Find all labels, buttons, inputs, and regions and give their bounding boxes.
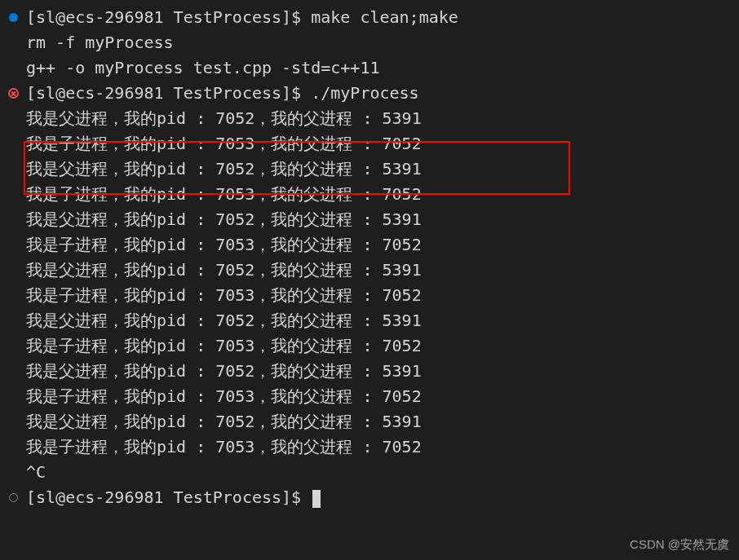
process-output-line: 我是父进程，我的pid : 7052，我的父进程 : 5391 <box>0 359 739 384</box>
process-output-line: 我是子进程，我的pid : 7053，我的父进程 : 7052 <box>0 131 739 157</box>
output-line: rm -f myProcess <box>0 30 739 55</box>
command-line-2: [sl@ecs-296981 TestProcess]$ ./myProcess <box>0 81 739 106</box>
terminal-output[interactable]: [sl@ecs-296981 TestProcess]$ make clean;… <box>0 0 739 515</box>
cursor <box>312 490 321 508</box>
process-output-line: 我是父进程，我的pid : 7052，我的父进程 : 5391 <box>0 258 739 283</box>
gutter-icon-success <box>0 13 26 22</box>
output-text: g++ -o myProcess test.cpp -std=c++11 <box>26 55 739 81</box>
process-output-line: 我是父进程，我的pid : 7052，我的父进程 : 5391 <box>0 157 739 182</box>
process-output-line: 我是父进程，我的pid : 7052，我的父进程 : 5391 <box>0 106 739 131</box>
interrupt-line: ^C <box>0 460 739 485</box>
process-output-line: 我是父进程，我的pid : 7052，我的父进程 : 5391 <box>0 409 739 434</box>
process-output-line: 我是子进程，我的pid : 7053，我的父进程 : 7052 <box>0 384 739 409</box>
gutter-icon-empty <box>0 493 26 502</box>
shell-prompt: [sl@ecs-296981 TestProcess]$ <box>26 487 311 507</box>
process-output-line: 我是子进程，我的pid : 7053，我的父进程 : 7052 <box>0 232 739 258</box>
process-output-line: 我是子进程，我的pid : 7053，我的父进程 : 7052 <box>0 333 739 359</box>
command-text: ./myProcess <box>311 83 418 103</box>
command-line-1: [sl@ecs-296981 TestProcess]$ make clean;… <box>0 5 739 30</box>
process-output-line: 我是父进程，我的pid : 7052，我的父进程 : 5391 <box>0 308 739 333</box>
output-line: g++ -o myProcess test.cpp -std=c++11 <box>0 55 739 81</box>
shell-prompt: [sl@ecs-296981 TestProcess]$ <box>26 7 311 27</box>
process-output-line: 我是子进程，我的pid : 7053，我的父进程 : 7052 <box>0 182 739 207</box>
interrupt-text: ^C <box>26 460 739 485</box>
command-line-3[interactable]: [sl@ecs-296981 TestProcess]$ <box>0 485 739 510</box>
output-text: rm -f myProcess <box>26 30 739 55</box>
process-output-line: 我是子进程，我的pid : 7053，我的父进程 : 7052 <box>0 434 739 460</box>
process-output-line: 我是父进程，我的pid : 7052，我的父进程 : 5391 <box>0 207 739 232</box>
command-text: make clean;make <box>311 7 458 27</box>
process-output-line: 我是子进程，我的pid : 7053，我的父进程 : 7052 <box>0 283 739 308</box>
gutter-icon-error <box>0 88 26 99</box>
shell-prompt: [sl@ecs-296981 TestProcess]$ <box>26 83 311 103</box>
watermark-text: CSDN @安然无虞 <box>630 535 729 553</box>
